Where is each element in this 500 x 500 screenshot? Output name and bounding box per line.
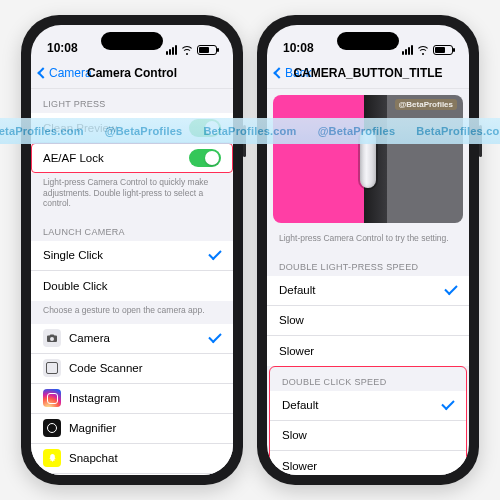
- camera-button-render: [360, 130, 376, 188]
- app-row-none[interactable]: None: [31, 474, 233, 476]
- row-label: Double Click: [43, 280, 221, 292]
- row-label: AE/AF Lock: [43, 152, 181, 164]
- phone-left: 10:08 Camera Camera Control LIGHT PRESS …: [21, 15, 243, 485]
- checkmark-icon: [441, 397, 454, 410]
- toggle-clean-preview[interactable]: [189, 119, 221, 137]
- back-button[interactable]: Back: [275, 66, 312, 80]
- checkmark-icon: [208, 330, 221, 343]
- status-time: 10:08: [47, 41, 78, 55]
- app-label: Camera: [69, 332, 201, 344]
- magnifier-icon: [43, 419, 61, 437]
- checkmark-icon: [208, 247, 221, 260]
- back-label: Back: [285, 66, 312, 80]
- toggle-ae-af-lock[interactable]: [189, 149, 221, 167]
- section-header-light-press: LIGHT PRESS: [31, 89, 233, 113]
- row-label: Slower: [282, 460, 454, 472]
- battery-icon: [197, 45, 217, 55]
- row-lp-slow[interactable]: Slow: [267, 306, 469, 336]
- preview-footer: Light-press Camera Control to try the se…: [267, 229, 469, 252]
- back-button[interactable]: Camera: [39, 66, 92, 80]
- row-label: Slower: [279, 345, 457, 357]
- nav-bar: Camera Camera Control: [31, 57, 233, 89]
- section-header-light-press-speed: DOUBLE LIGHT-PRESS SPEED: [267, 252, 469, 276]
- qr-icon: [43, 359, 61, 377]
- dynamic-island: [101, 32, 163, 50]
- cellular-icon: [402, 45, 413, 55]
- preview-image: @BetaProfiles: [273, 95, 463, 223]
- row-label: Slow: [279, 314, 457, 326]
- cellular-icon: [166, 45, 177, 55]
- section-footer: Choose a gesture to open the camera app.: [31, 301, 233, 324]
- checkmark-icon: [444, 282, 457, 295]
- wifi-icon: [181, 46, 193, 55]
- app-row-code-scanner[interactable]: Code Scanner: [31, 354, 233, 384]
- row-label: Single Click: [43, 249, 201, 261]
- chevron-left-icon: [37, 67, 48, 78]
- dynamic-island: [337, 32, 399, 50]
- app-row-snapchat[interactable]: Snapchat: [31, 444, 233, 474]
- nav-bar: Back CAMERA_BUTTON_TITLE: [267, 57, 469, 89]
- section-header-launch: LAUNCH CAMERA: [31, 217, 233, 241]
- row-dc-slower[interactable]: Slower: [270, 451, 466, 475]
- app-label: Code Scanner: [69, 362, 221, 374]
- row-lp-slower[interactable]: Slower: [267, 336, 469, 366]
- app-label: Instagram: [69, 392, 221, 404]
- row-single-click[interactable]: Single Click: [31, 241, 233, 271]
- app-label: Magnifier: [69, 422, 221, 434]
- row-lp-default[interactable]: Default: [267, 276, 469, 306]
- row-clean-preview[interactable]: Clean Preview: [31, 113, 233, 143]
- section-header-double-click-speed: DOUBLE CLICK SPEED: [270, 367, 466, 391]
- camera-icon: [43, 329, 61, 347]
- chevron-left-icon: [273, 67, 284, 78]
- highlighted-section: DOUBLE CLICK SPEED Default Slow Slower: [269, 366, 467, 475]
- row-label: Clean Preview: [43, 122, 181, 134]
- wifi-icon: [417, 46, 429, 55]
- row-double-click[interactable]: Double Click: [31, 271, 233, 301]
- instagram-icon: [43, 389, 61, 407]
- phone-right: 10:08 Back CAMERA_BUTTON_TITLE @BetaProf…: [257, 15, 479, 485]
- row-dc-slow[interactable]: Slow: [270, 421, 466, 451]
- snapchat-icon: [43, 449, 61, 467]
- battery-icon: [433, 45, 453, 55]
- section-footer: Light-press Camera Control to quickly ma…: [31, 173, 233, 217]
- row-label: Default: [279, 284, 437, 296]
- status-time: 10:08: [283, 41, 314, 55]
- app-row-magnifier[interactable]: Magnifier: [31, 414, 233, 444]
- row-dc-default[interactable]: Default: [270, 391, 466, 421]
- row-label: Default: [282, 399, 434, 411]
- row-ae-af-lock[interactable]: AE/AF Lock: [31, 143, 233, 173]
- back-label: Camera: [49, 66, 92, 80]
- app-label: Snapchat: [69, 452, 221, 464]
- row-label: Slow: [282, 429, 454, 441]
- app-row-instagram[interactable]: Instagram: [31, 384, 233, 414]
- app-row-camera[interactable]: Camera: [31, 324, 233, 354]
- watermark-badge: @BetaProfiles: [395, 99, 458, 110]
